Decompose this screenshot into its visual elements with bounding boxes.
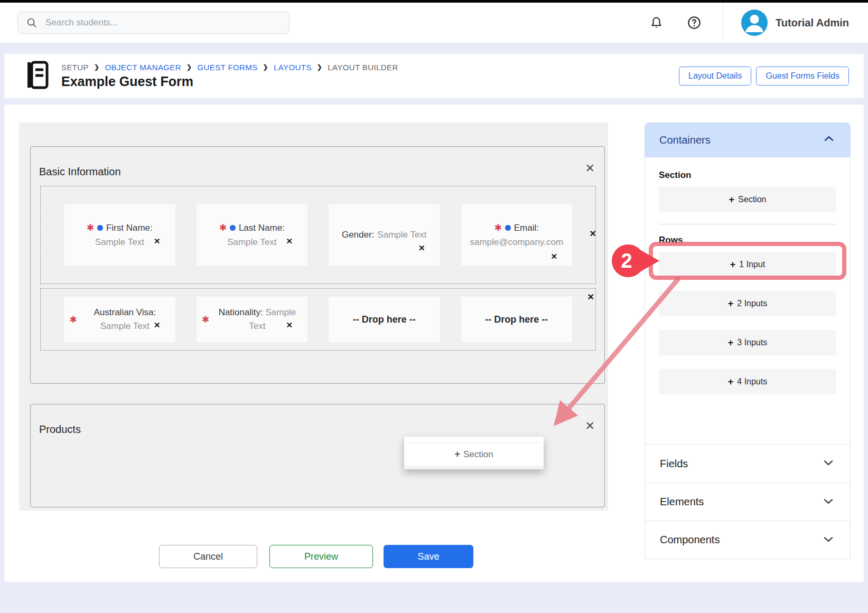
breadcrumb-separator-icon: ❯ (263, 63, 268, 71)
save-button[interactable]: Save (384, 545, 473, 568)
remove-row-icon[interactable]: ✕ (587, 293, 594, 301)
search-icon (26, 17, 38, 29)
add-1-input-row-button[interactable]: + 1 Input (659, 252, 836, 277)
guest-forms-fields-button[interactable]: Guest Forms Fields (756, 67, 849, 86)
breadcrumb-layout-builder: LAYOUT BUILDER (328, 63, 398, 72)
breadcrumb: SETUP ❯ OBJECT MANAGER ❯ GUEST FORMS ❯ L… (61, 63, 398, 72)
remove-row-icon[interactable]: ✕ (590, 230, 596, 238)
chevron-up-icon (822, 132, 836, 148)
field-sample-value: Sample Text (100, 321, 150, 331)
section-title: Products (39, 423, 81, 436)
panel-components-header[interactable]: Components (645, 521, 850, 559)
field-label: Email: (514, 223, 539, 233)
field-card-australian-visa[interactable]: ✱ Australian Visa: Sample Text ✕ (64, 297, 175, 342)
section-close-icon[interactable]: ✕ (585, 420, 595, 432)
field-dot-icon (505, 225, 511, 231)
field-card-first-name[interactable]: ✱ First Name: Sample Text ✕ (64, 204, 175, 266)
plus-icon: + (728, 376, 734, 388)
panel-fields-header[interactable]: Fields (645, 445, 850, 483)
required-asterisk-icon: ✱ (219, 222, 227, 233)
remove-field-icon[interactable]: ✕ (286, 237, 293, 245)
field-label: First Name: (106, 223, 153, 233)
page-header-card: SETUP ❯ OBJECT MANAGER ❯ GUEST FORMS ❯ L… (4, 54, 864, 98)
notifications-bell-icon[interactable] (649, 16, 664, 30)
drop-here-label: -- Drop here -- (353, 314, 416, 325)
panel-elements-header[interactable]: Elements (645, 483, 850, 521)
add-section-button[interactable]: + Section (659, 187, 836, 212)
field-label: Australian Visa: (94, 307, 156, 317)
dragged-section-element[interactable]: + Section (404, 437, 544, 469)
preview-button[interactable]: Preview (269, 545, 373, 568)
layout-builder-icon (25, 60, 50, 92)
remove-field-icon[interactable]: ✕ (154, 321, 161, 329)
window-top-strip (0, 0, 868, 3)
user-name: Tutorial Admin (776, 17, 849, 29)
breadcrumb-separator-icon: ❯ (317, 63, 322, 71)
section-close-icon[interactable]: ✕ (585, 163, 595, 174)
plus-icon: + (730, 259, 736, 270)
field-sample-value: Sample Text (95, 237, 144, 248)
cancel-button[interactable]: Cancel (159, 545, 257, 568)
field-label: Last Name: (239, 223, 285, 233)
remove-field-icon[interactable]: ✕ (550, 252, 557, 260)
breadcrumb-layouts[interactable]: LAYOUTS (274, 63, 312, 72)
search-input[interactable] (44, 17, 281, 29)
plus-icon: + (728, 337, 734, 348)
layout-details-button[interactable]: Layout Details (679, 67, 751, 86)
add-4-inputs-row-button[interactable]: + 4 Inputs (659, 369, 836, 394)
layout-builder-main: Basic Information ✕ ✱ First Name: Sample… (4, 105, 864, 582)
required-asterisk-icon: ✱ (494, 222, 502, 233)
annotation-step-number: 2 (621, 250, 632, 272)
field-label: Nationality: (219, 307, 263, 317)
containers-panel-body: Section + Section Rows + 1 Input + 2 Inp… (645, 157, 851, 445)
field-card-last-name[interactable]: ✱ Last Name: Sample Text ✕ (197, 204, 308, 266)
help-icon[interactable] (687, 15, 702, 30)
field-card-email[interactable]: ✱ Email: sample@company.com ✕ (461, 204, 573, 266)
section-basic-information: Basic Information ✕ ✱ First Name: Sample… (30, 146, 605, 384)
add-2-inputs-row-button[interactable]: + 2 Inputs (659, 291, 836, 316)
breadcrumb-object-manager[interactable]: OBJECT MANAGER (105, 63, 181, 72)
avatar[interactable] (741, 10, 768, 36)
chevron-down-icon (822, 494, 835, 510)
panel-containers-header[interactable]: Containers (645, 122, 851, 157)
field-sample-value: Sample Text (377, 230, 426, 240)
field-label: Gender: (342, 230, 374, 240)
form-row: ✱ Australian Visa: Sample Text ✕ ✱ Natio… (40, 288, 596, 351)
chevron-down-icon (822, 532, 835, 548)
drop-zone[interactable]: -- Drop here -- (329, 297, 440, 342)
builder-sidebar: Containers Section + Section Rows + 1 In… (645, 122, 851, 559)
user-menu[interactable]: Tutorial Admin (741, 10, 849, 36)
page-title: Example Guest Form (61, 74, 398, 89)
remove-field-icon[interactable]: ✕ (418, 244, 425, 252)
topbar-divider (723, 3, 723, 43)
remove-field-icon[interactable]: ✕ (286, 321, 293, 329)
required-asterisk-icon: ✱ (202, 314, 209, 325)
panel-containers-title: Containers (659, 134, 711, 146)
plus-icon: + (729, 194, 735, 205)
sidebar-accordion: Fields Elements Components (645, 445, 851, 559)
required-asterisk-icon: ✱ (87, 222, 94, 233)
remove-field-icon[interactable]: ✕ (154, 237, 161, 245)
drag-card-label: Section (463, 449, 493, 460)
rows-group-heading: Rows (659, 235, 836, 246)
breadcrumb-setup: SETUP (61, 63, 89, 72)
breadcrumb-guest-forms[interactable]: GUEST FORMS (197, 63, 257, 72)
breadcrumb-separator-icon: ❯ (186, 63, 192, 71)
chevron-down-icon (822, 456, 835, 471)
drop-zone[interactable]: -- Drop here -- (461, 297, 573, 342)
field-card-gender[interactable]: Gender: Sample Text ✕ (329, 204, 440, 266)
section-title: Basic Information (39, 166, 121, 178)
sidebar-divider (659, 224, 836, 224)
field-card-nationality[interactable]: ✱ Nationality: Sample Text ✕ (197, 297, 308, 342)
drag-card-footer (404, 466, 544, 469)
form-row: ✱ First Name: Sample Text ✕ ✱ Last Name:… (40, 186, 596, 284)
top-bar: Tutorial Admin (0, 3, 868, 43)
search-box[interactable] (17, 12, 290, 34)
breadcrumb-separator-icon: ❯ (94, 63, 99, 71)
drop-here-label: -- Drop here -- (485, 314, 548, 325)
field-sample-value: Sample Text (227, 237, 276, 248)
section-group-heading: Section (659, 170, 836, 181)
add-3-inputs-row-button[interactable]: + 3 Inputs (659, 330, 836, 355)
required-asterisk-icon: ✱ (69, 314, 77, 325)
plus-icon: + (728, 298, 734, 309)
